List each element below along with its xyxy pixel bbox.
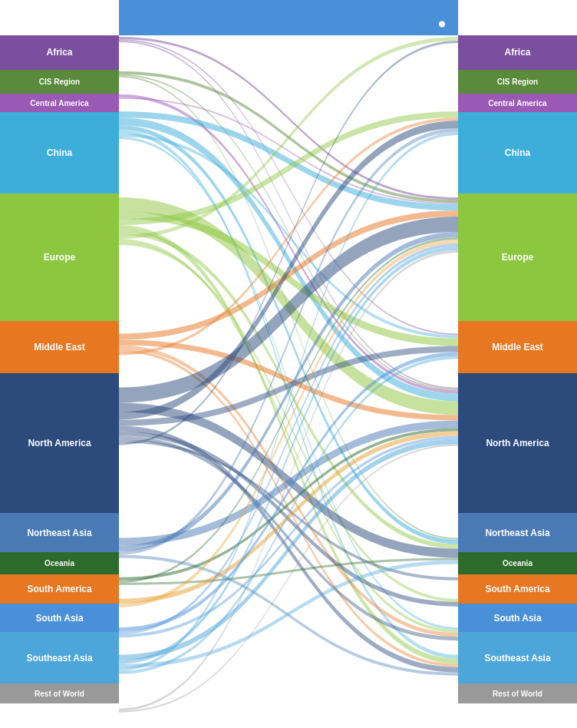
sankey-diagram — [119, 35, 458, 728]
left-bars-central-america[interactable]: Central America — [0, 94, 119, 112]
header-row — [0, 0, 577, 35]
left-bars-south-america[interactable]: South America — [0, 574, 119, 604]
left-bars-cis[interactable]: CIS Region — [0, 70, 119, 94]
left-bars-south-asia[interactable]: South Asia — [0, 604, 119, 631]
right-bars-central-america[interactable]: Central America — [458, 94, 577, 112]
left-bars-rest[interactable]: Rest of World — [0, 683, 119, 703]
right-header-label — [458, 0, 577, 35]
chart-body: AfricaCIS RegionCentral AmericaChinaEuro… — [0, 35, 577, 728]
left-bars-china[interactable]: China — [0, 112, 119, 194]
year-selector — [437, 7, 450, 29]
right-bars-china[interactable]: China — [458, 112, 577, 194]
left-bars-middle-east[interactable]: Middle East — [0, 321, 119, 373]
right-bars-northeast-asia[interactable]: Northeast Asia — [458, 513, 577, 552]
left-bars-africa[interactable]: Africa — [0, 35, 119, 70]
radio-2016[interactable] — [437, 7, 447, 16]
right-bars-middle-east[interactable]: Middle East — [458, 321, 577, 373]
right-bars-rest[interactable]: Rest of World — [458, 683, 577, 703]
right-bars-south-america[interactable]: South America — [458, 574, 577, 604]
radio-2036[interactable] — [437, 20, 447, 29]
main-container: AfricaCIS RegionCentral AmericaChinaEuro… — [0, 0, 577, 728]
header-center — [119, 0, 458, 35]
right-bars-south-asia[interactable]: South Asia — [458, 604, 577, 631]
left-region-bars: AfricaCIS RegionCentral AmericaChinaEuro… — [0, 35, 119, 728]
left-bars-northeast-asia[interactable]: Northeast Asia — [0, 513, 119, 552]
right-region-bars: AfricaCIS RegionCentral AmericaChinaEuro… — [458, 35, 577, 728]
sankey-center — [119, 35, 458, 728]
year-2036-option[interactable] — [437, 20, 450, 29]
right-bars-cis[interactable]: CIS Region — [458, 70, 577, 94]
year-2016-option[interactable] — [437, 7, 450, 16]
right-bars-europe[interactable]: Europe — [458, 194, 577, 321]
left-bars-southeast-asia[interactable]: Southeast Asia — [0, 632, 119, 684]
right-bars-southeast-asia[interactable]: Southeast Asia — [458, 632, 577, 684]
left-bars-north-america[interactable]: North America — [0, 373, 119, 514]
right-bars-africa[interactable]: Africa — [458, 35, 577, 70]
left-bars-oceania[interactable]: Oceania — [0, 552, 119, 575]
right-bars-north-america[interactable]: North America — [458, 373, 577, 514]
left-header-label — [0, 0, 119, 35]
left-bars-europe[interactable]: Europe — [0, 194, 119, 321]
right-bars-oceania[interactable]: Oceania — [458, 552, 577, 575]
